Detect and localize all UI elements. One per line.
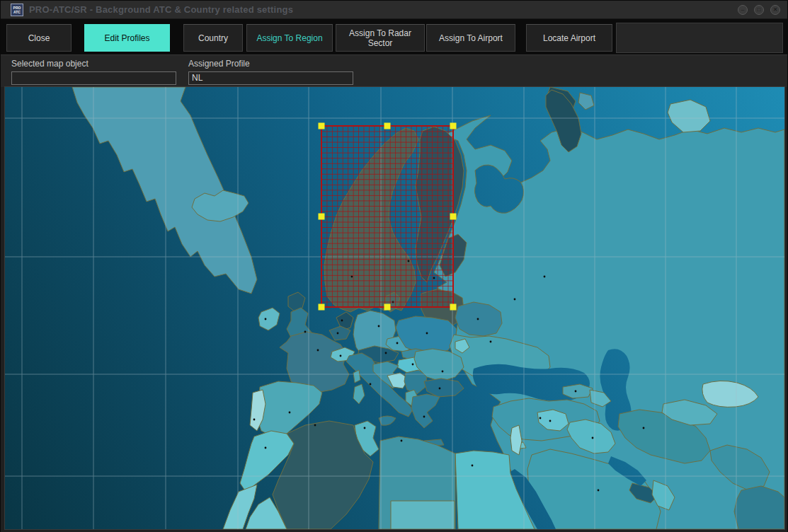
assigned-profile-input[interactable] <box>188 71 353 85</box>
assign-to-radar-sector-button[interactable]: Assign To Radar Sector <box>336 24 425 52</box>
app-icon: PRO ATC <box>11 4 23 16</box>
map-frame <box>1 87 787 532</box>
selected-map-object-input[interactable] <box>11 71 176 85</box>
handle-bottom-right[interactable] <box>450 304 457 311</box>
assign-to-region-button[interactable]: Assign To Region <box>246 24 333 52</box>
map-selection-grid[interactable] <box>319 123 457 311</box>
titlebar: PRO ATC PRO-ATC/SR - Background ATC & Co… <box>1 1 787 19</box>
map-region-india[interactable] <box>734 486 784 529</box>
handle-top-right[interactable] <box>450 123 457 129</box>
minimize-icon[interactable]: – <box>738 5 748 15</box>
map-canvas[interactable] <box>5 87 784 529</box>
window-controls: – □ ✕ <box>738 5 780 15</box>
country-button[interactable]: Country <box>183 24 243 52</box>
maximize-icon[interactable]: □ <box>754 5 764 15</box>
close-button[interactable]: Close <box>6 24 72 52</box>
app-window: PRO ATC PRO-ATC/SR - Background ATC & Co… <box>0 0 788 532</box>
handle-top-mid[interactable] <box>384 123 391 129</box>
edit-profiles-button[interactable]: Edit Profiles <box>84 24 170 52</box>
handle-top-left[interactable] <box>319 123 325 129</box>
app-icon-text-bottom: ATC <box>11 10 23 14</box>
map-region-corsica[interactable] <box>353 370 360 383</box>
fields-bar: Selected map object Assigned Profile <box>1 54 787 87</box>
locate-airport-button[interactable]: Locate Airport <box>526 24 612 52</box>
assigned-profile-label: Assigned Profile <box>188 59 353 69</box>
handle-bottom-mid[interactable] <box>384 304 391 311</box>
assign-to-airport-button[interactable]: Assign To Airport <box>426 24 515 52</box>
handle-bottom-left[interactable] <box>319 304 325 311</box>
handle-mid-right[interactable] <box>450 214 457 220</box>
selected-map-object-label: Selected map object <box>11 59 176 69</box>
map-region-levant[interactable] <box>510 425 522 455</box>
toolbar-empty-panel <box>616 23 783 53</box>
handle-mid-left[interactable] <box>319 214 325 220</box>
map-region-libya-south[interactable] <box>391 501 455 529</box>
window-title: PRO-ATC/SR - Background ATC & Country re… <box>29 4 293 15</box>
toolbar: Close Edit Profiles Country Assign To Re… <box>1 19 787 54</box>
close-icon[interactable]: ✕ <box>770 5 780 15</box>
